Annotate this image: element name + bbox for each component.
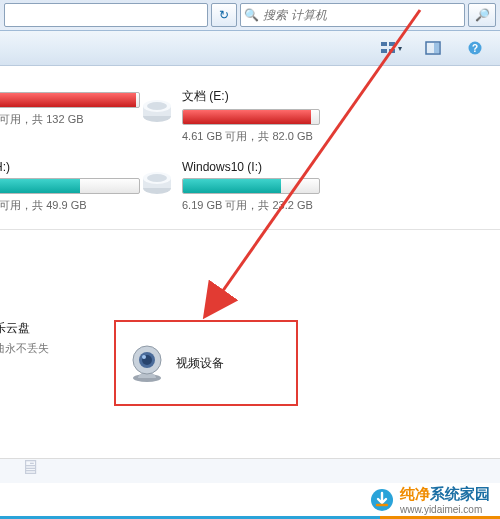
toolbar: ▾ ? [0, 31, 500, 66]
drive-usage-bar [182, 109, 320, 125]
magnifier-icon: 🔎 [475, 8, 490, 22]
drive-item[interactable]: (H:) 3 可用，共 49.9 GB [0, 156, 140, 217]
drive-item[interactable]: 3 可用，共 132 GB [0, 84, 140, 148]
help-button[interactable]: ? [458, 35, 492, 61]
computer-icon: 🖥 [20, 456, 40, 479]
chevron-down-icon: ▾ [398, 44, 402, 53]
cloud-subtitle: 曲永不丢失 [0, 341, 114, 356]
webcam-icon [126, 342, 168, 384]
drive-usage-bar [0, 178, 140, 194]
preview-pane-button[interactable] [416, 35, 450, 61]
drive-usage-bar [0, 92, 140, 108]
search-go-button[interactable]: 🔎 [468, 3, 496, 27]
address-box[interactable] [4, 3, 208, 27]
drive-section: 3 可用，共 132 GB 文档 (E:) 4.61 GB 可用，共 82.0 … [0, 66, 500, 230]
address-bar-row: ↻ 🔍 🔎 [0, 0, 500, 31]
refresh-button[interactable]: ↻ [211, 3, 237, 27]
watermark-brand: 纯净系统家园 [400, 485, 490, 504]
drive-stat: 3 可用，共 49.9 GB [0, 198, 140, 213]
svg-text:?: ? [472, 43, 478, 54]
video-device-item[interactable]: 视频设备 [114, 320, 298, 406]
drive-name: 文档 (E:) [182, 88, 320, 105]
search-input[interactable] [261, 7, 464, 23]
drive-stat: 4.61 GB 可用，共 82.0 GB [182, 129, 320, 144]
status-bar [0, 458, 500, 483]
disk-icon [140, 164, 174, 198]
preview-pane-icon [425, 40, 441, 56]
drive-name: Windows10 (I:) [182, 160, 320, 174]
video-device-label: 视频设备 [176, 355, 224, 372]
drive-item[interactable]: Windows10 (I:) 6.19 GB 可用，共 23.2 GB [140, 156, 320, 217]
drive-stat: 3 可用，共 132 GB [0, 112, 140, 127]
search-icon: 🔍 [241, 8, 261, 22]
drive-item[interactable]: 文档 (E:) 4.61 GB 可用，共 82.0 GB [140, 84, 320, 148]
view-options-icon [380, 40, 396, 56]
svg-rect-3 [389, 49, 395, 53]
drive-name: (H:) [0, 160, 140, 174]
other-section: 乐云盘 曲永不丢失 视频设备 [0, 230, 500, 406]
watermark-logo-icon [370, 488, 394, 512]
watermark-url: www.yidaimei.com [400, 504, 490, 515]
drive-stat: 6.19 GB 可用，共 23.2 GB [182, 198, 320, 213]
drive-usage-bar [182, 178, 320, 194]
svg-point-15 [147, 174, 167, 182]
refresh-icon: ↻ [219, 8, 229, 22]
svg-point-11 [147, 102, 167, 110]
view-options-button[interactable]: ▾ [374, 35, 408, 61]
cloud-drive-item[interactable]: 乐云盘 曲永不丢失 [0, 320, 114, 406]
help-icon: ? [467, 40, 483, 56]
disk-icon [140, 92, 174, 126]
svg-rect-1 [389, 42, 395, 46]
search-box[interactable]: 🔍 [240, 3, 465, 27]
svg-point-21 [142, 355, 146, 359]
svg-rect-5 [434, 43, 439, 53]
svg-rect-0 [381, 42, 387, 46]
watermark: 纯净系统家园 www.yidaimei.com [370, 485, 490, 515]
svg-rect-2 [381, 49, 387, 53]
cloud-title: 乐云盘 [0, 320, 114, 337]
